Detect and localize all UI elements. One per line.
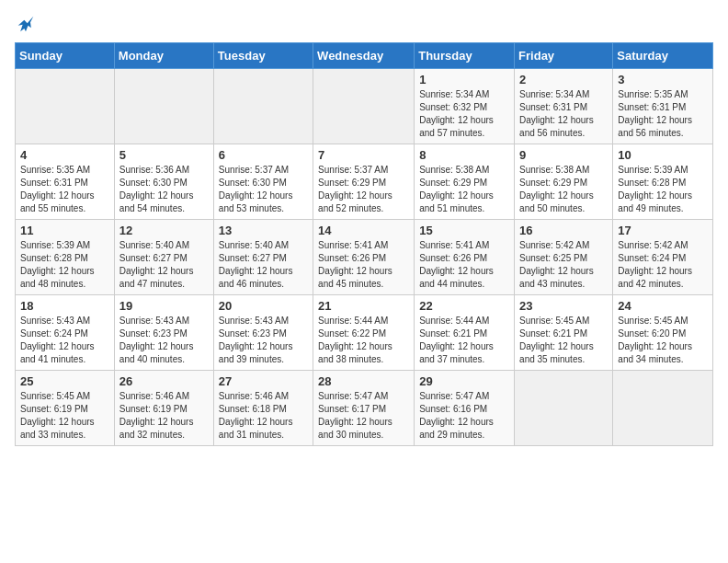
day-number: 26 (119, 374, 209, 388)
calendar-cell: 27Sunrise: 5:46 AM Sunset: 6:18 PM Dayli… (213, 371, 313, 446)
calendar-cell: 3Sunrise: 5:35 AM Sunset: 6:31 PM Daylig… (613, 69, 713, 144)
day-number: 4 (20, 148, 109, 162)
calendar-cell (515, 371, 613, 446)
calendar-cell: 13Sunrise: 5:40 AM Sunset: 6:27 PM Dayli… (213, 220, 313, 295)
day-number: 19 (119, 299, 209, 313)
weekday-header-monday: Monday (114, 43, 213, 69)
day-info: Sunrise: 5:44 AM Sunset: 6:21 PM Dayligh… (419, 315, 509, 366)
day-number: 24 (618, 299, 708, 313)
header (15, 15, 713, 33)
day-info: Sunrise: 5:35 AM Sunset: 6:31 PM Dayligh… (20, 164, 109, 215)
day-number: 5 (119, 148, 209, 162)
day-info: Sunrise: 5:40 AM Sunset: 6:27 PM Dayligh… (119, 239, 209, 291)
day-info: Sunrise: 5:43 AM Sunset: 6:23 PM Dayligh… (119, 315, 209, 366)
day-number: 15 (419, 224, 509, 237)
calendar-cell: 9Sunrise: 5:38 AM Sunset: 6:29 PM Daylig… (515, 144, 613, 220)
day-number: 13 (219, 224, 308, 237)
day-info: Sunrise: 5:45 AM Sunset: 6:21 PM Dayligh… (519, 315, 608, 366)
calendar-cell: 1Sunrise: 5:34 AM Sunset: 6:32 PM Daylig… (415, 69, 515, 144)
calendar-week-row: 18Sunrise: 5:43 AM Sunset: 6:24 PM Dayli… (16, 295, 713, 371)
weekday-header-saturday: Saturday (613, 43, 713, 69)
weekday-header-thursday: Thursday (415, 43, 515, 69)
day-number: 25 (20, 374, 109, 388)
day-info: Sunrise: 5:46 AM Sunset: 6:18 PM Dayligh… (219, 390, 308, 442)
calendar-cell: 29Sunrise: 5:47 AM Sunset: 6:16 PM Dayli… (415, 371, 515, 446)
day-info: Sunrise: 5:44 AM Sunset: 6:22 PM Dayligh… (318, 315, 409, 366)
day-info: Sunrise: 5:42 AM Sunset: 6:24 PM Dayligh… (618, 239, 708, 291)
calendar-cell: 21Sunrise: 5:44 AM Sunset: 6:22 PM Dayli… (313, 295, 415, 371)
calendar-cell: 12Sunrise: 5:40 AM Sunset: 6:27 PM Dayli… (114, 220, 213, 295)
calendar-table: SundayMondayTuesdayWednesdayThursdayFrid… (15, 42, 713, 446)
calendar-cell (114, 69, 213, 144)
day-info: Sunrise: 5:45 AM Sunset: 6:19 PM Dayligh… (20, 390, 109, 442)
day-number: 3 (618, 73, 708, 86)
day-number: 21 (318, 299, 409, 313)
day-number: 27 (219, 374, 308, 388)
calendar-cell: 17Sunrise: 5:42 AM Sunset: 6:24 PM Dayli… (613, 220, 713, 295)
day-number: 10 (618, 148, 708, 162)
calendar-week-row: 25Sunrise: 5:45 AM Sunset: 6:19 PM Dayli… (16, 371, 713, 446)
day-info: Sunrise: 5:47 AM Sunset: 6:17 PM Dayligh… (318, 390, 409, 442)
calendar-cell: 22Sunrise: 5:44 AM Sunset: 6:21 PM Dayli… (415, 295, 515, 371)
calendar-cell: 6Sunrise: 5:37 AM Sunset: 6:30 PM Daylig… (213, 144, 313, 220)
day-info: Sunrise: 5:43 AM Sunset: 6:23 PM Dayligh… (219, 315, 308, 366)
calendar-week-row: 1Sunrise: 5:34 AM Sunset: 6:32 PM Daylig… (16, 69, 713, 144)
day-info: Sunrise: 5:38 AM Sunset: 6:29 PM Dayligh… (519, 164, 608, 215)
calendar-cell: 4Sunrise: 5:35 AM Sunset: 6:31 PM Daylig… (16, 144, 115, 220)
weekday-header-tuesday: Tuesday (213, 43, 313, 69)
calendar-cell: 20Sunrise: 5:43 AM Sunset: 6:23 PM Dayli… (213, 295, 313, 371)
calendar-cell: 24Sunrise: 5:45 AM Sunset: 6:20 PM Dayli… (613, 295, 713, 371)
day-number: 9 (519, 148, 608, 162)
day-number: 7 (318, 148, 409, 162)
day-number: 23 (519, 299, 608, 313)
calendar-week-row: 4Sunrise: 5:35 AM Sunset: 6:31 PM Daylig… (16, 144, 713, 220)
calendar-cell: 14Sunrise: 5:41 AM Sunset: 6:26 PM Dayli… (313, 220, 415, 295)
calendar-header-row: SundayMondayTuesdayWednesdayThursdayFrid… (16, 43, 713, 69)
calendar-cell (213, 69, 313, 144)
calendar-cell: 10Sunrise: 5:39 AM Sunset: 6:28 PM Dayli… (613, 144, 713, 220)
weekday-header-sunday: Sunday (16, 43, 115, 69)
calendar-cell: 18Sunrise: 5:43 AM Sunset: 6:24 PM Dayli… (16, 295, 115, 371)
calendar-cell: 25Sunrise: 5:45 AM Sunset: 6:19 PM Dayli… (16, 371, 115, 446)
day-info: Sunrise: 5:37 AM Sunset: 6:30 PM Dayligh… (219, 164, 308, 215)
logo-bird-icon (17, 15, 35, 33)
day-number: 22 (419, 299, 509, 313)
day-info: Sunrise: 5:39 AM Sunset: 6:28 PM Dayligh… (618, 164, 708, 215)
day-number: 6 (219, 148, 308, 162)
calendar-cell: 8Sunrise: 5:38 AM Sunset: 6:29 PM Daylig… (415, 144, 515, 220)
calendar-cell: 19Sunrise: 5:43 AM Sunset: 6:23 PM Dayli… (114, 295, 213, 371)
calendar-cell: 2Sunrise: 5:34 AM Sunset: 6:31 PM Daylig… (515, 69, 613, 144)
day-info: Sunrise: 5:43 AM Sunset: 6:24 PM Dayligh… (20, 315, 109, 366)
day-info: Sunrise: 5:39 AM Sunset: 6:28 PM Dayligh… (20, 239, 109, 291)
day-number: 14 (318, 224, 409, 237)
day-info: Sunrise: 5:34 AM Sunset: 6:32 PM Dayligh… (419, 88, 509, 140)
day-info: Sunrise: 5:40 AM Sunset: 6:27 PM Dayligh… (219, 239, 308, 291)
day-info: Sunrise: 5:42 AM Sunset: 6:25 PM Dayligh… (519, 239, 608, 291)
day-info: Sunrise: 5:41 AM Sunset: 6:26 PM Dayligh… (419, 239, 509, 291)
calendar-cell: 23Sunrise: 5:45 AM Sunset: 6:21 PM Dayli… (515, 295, 613, 371)
weekday-header-wednesday: Wednesday (313, 43, 415, 69)
day-info: Sunrise: 5:47 AM Sunset: 6:16 PM Dayligh… (419, 390, 509, 442)
day-number: 18 (20, 299, 109, 313)
calendar-cell (16, 69, 115, 144)
calendar-cell: 5Sunrise: 5:36 AM Sunset: 6:30 PM Daylig… (114, 144, 213, 220)
weekday-header-friday: Friday (515, 43, 613, 69)
day-info: Sunrise: 5:46 AM Sunset: 6:19 PM Dayligh… (119, 390, 209, 442)
day-info: Sunrise: 5:37 AM Sunset: 6:29 PM Dayligh… (318, 164, 409, 215)
day-number: 1 (419, 73, 509, 86)
calendar-cell: 16Sunrise: 5:42 AM Sunset: 6:25 PM Dayli… (515, 220, 613, 295)
day-number: 20 (219, 299, 308, 313)
day-number: 11 (20, 224, 109, 237)
day-number: 8 (419, 148, 509, 162)
calendar-cell: 15Sunrise: 5:41 AM Sunset: 6:26 PM Dayli… (415, 220, 515, 295)
calendar-cell: 11Sunrise: 5:39 AM Sunset: 6:28 PM Dayli… (16, 220, 115, 295)
day-number: 16 (519, 224, 608, 237)
day-info: Sunrise: 5:41 AM Sunset: 6:26 PM Dayligh… (318, 239, 409, 291)
day-number: 17 (618, 224, 708, 237)
day-info: Sunrise: 5:38 AM Sunset: 6:29 PM Dayligh… (419, 164, 509, 215)
calendar-week-row: 11Sunrise: 5:39 AM Sunset: 6:28 PM Dayli… (16, 220, 713, 295)
logo (15, 15, 35, 33)
day-info: Sunrise: 5:34 AM Sunset: 6:31 PM Dayligh… (519, 88, 608, 140)
calendar-cell: 28Sunrise: 5:47 AM Sunset: 6:17 PM Dayli… (313, 371, 415, 446)
day-number: 2 (519, 73, 608, 86)
